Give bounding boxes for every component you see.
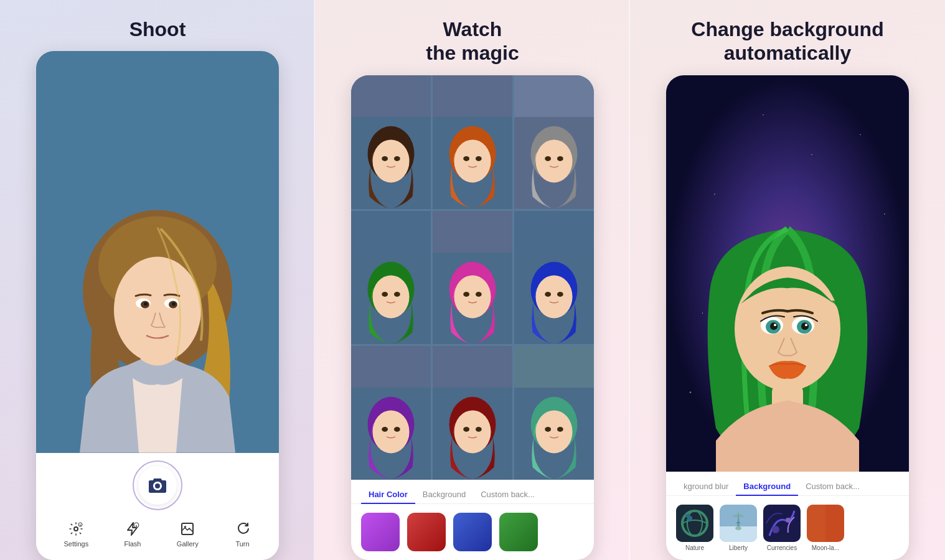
- nav-gallery[interactable]: Gallery: [177, 520, 199, 548]
- svg-rect-13: [151, 340, 156, 355]
- gallery-icon: [179, 520, 196, 538]
- svg-point-9: [144, 302, 148, 306]
- svg-point-95: [772, 526, 779, 533]
- svg-point-43: [382, 292, 388, 297]
- bg-liberty[interactable]: Liberty: [720, 505, 757, 551]
- camera-icon: [148, 475, 167, 495]
- svg-point-32: [476, 156, 482, 161]
- svg-point-69: [465, 441, 480, 451]
- hair-cell-mint[interactable]: [514, 346, 594, 480]
- swatch-purple[interactable]: [361, 513, 400, 551]
- tab-hair-color[interactable]: Hair Color: [361, 486, 415, 504]
- hair-cell-blue[interactable]: [514, 211, 594, 345]
- settings-label: Settings: [63, 540, 88, 548]
- hair-cell-orange[interactable]: [433, 75, 512, 209]
- svg-point-31: [463, 156, 469, 161]
- swatch-blue[interactable]: [453, 513, 492, 551]
- svg-point-44: [394, 292, 400, 297]
- color-swatches: [351, 504, 594, 560]
- camera-inner[interactable]: [138, 466, 177, 505]
- bg-nature[interactable]: Nature: [676, 505, 713, 551]
- svg-rect-94: [763, 505, 801, 542]
- hair-cell-pink[interactable]: [433, 211, 512, 345]
- svg-point-50: [476, 292, 482, 297]
- nature-thumb-img: [676, 505, 713, 542]
- nav-settings[interactable]: a Settings: [63, 520, 88, 548]
- svg-point-96: [786, 518, 791, 523]
- swatch-red[interactable]: [407, 513, 446, 551]
- watch-panel: Watch the magic: [315, 0, 630, 560]
- tab-background[interactable]: Background: [415, 486, 473, 504]
- bg-thumbnails: Nature Liberty: [666, 496, 909, 560]
- hair-color-grid: [351, 75, 594, 480]
- tab-custom-back[interactable]: Custom back...: [473, 486, 542, 504]
- svg-point-45: [383, 306, 398, 315]
- svg-point-81: [770, 322, 778, 330]
- nav-flash[interactable]: a Flash: [124, 520, 141, 548]
- svg-rect-12: [143, 342, 148, 355]
- shoot-panel: Shoot: [0, 0, 315, 560]
- svg-point-83: [774, 324, 776, 326]
- hair-cell-brown[interactable]: [351, 75, 431, 209]
- svg-point-10: [172, 302, 176, 306]
- svg-point-25: [382, 156, 388, 161]
- tab-custom-back-2[interactable]: Custom back...: [798, 478, 867, 496]
- tab-bg-blur[interactable]: kground blur: [676, 478, 736, 496]
- hair-cell-darkred[interactable]: [433, 346, 512, 480]
- bg-currencies[interactable]: Currencies: [763, 505, 801, 551]
- nav-turn[interactable]: Turn: [234, 520, 252, 548]
- svg-point-51: [465, 306, 480, 315]
- watch-title: Watch the magic: [315, 0, 630, 75]
- change-phone-card: kground blur Background Custom back...: [666, 75, 909, 560]
- svg-point-39: [547, 170, 562, 180]
- change-tabs: kground blur Background Custom back...: [666, 472, 909, 496]
- svg-point-68: [476, 427, 482, 432]
- watch-phone-area: Hair Color Background Custom back...: [315, 75, 630, 560]
- moonla-thumb-img: [807, 505, 844, 542]
- change-photo: [666, 75, 909, 472]
- nature-label: Nature: [685, 544, 704, 551]
- svg-point-73: [545, 427, 551, 432]
- turn-icon: [234, 520, 252, 538]
- currencies-label: Currencies: [767, 544, 797, 551]
- svg-point-14: [155, 483, 160, 488]
- settings-icon: a: [67, 520, 85, 538]
- shoot-title: Shoot: [0, 0, 315, 51]
- blonde-woman-svg: [36, 51, 279, 453]
- tab-background-active[interactable]: Background: [736, 478, 798, 496]
- svg-point-56: [557, 292, 563, 297]
- liberty-thumb-img: [720, 505, 757, 542]
- currencies-thumb-img: [763, 505, 801, 542]
- svg-point-75: [547, 441, 562, 451]
- swatch-green[interactable]: [499, 513, 538, 551]
- svg-point-15: [74, 527, 78, 531]
- shoot-phone-area: a Settings a Flash: [0, 51, 315, 560]
- svg-point-82: [801, 322, 809, 330]
- svg-point-90: [685, 514, 689, 518]
- svg-point-61: [382, 427, 388, 432]
- liberty-label: Liberty: [729, 544, 748, 551]
- watch-tabs: Hair Color Background Custom back...: [351, 480, 594, 504]
- hair-cell-green[interactable]: [351, 211, 431, 345]
- svg-text:a: a: [136, 524, 138, 528]
- bg-moonla[interactable]: Moon-la...: [807, 505, 844, 551]
- shoot-controls: a Settings a Flash: [36, 453, 279, 560]
- svg-point-37: [545, 156, 551, 161]
- green-hair-woman-svg: [666, 75, 909, 472]
- svg-point-57: [547, 306, 562, 315]
- hair-cell-gray[interactable]: [514, 75, 594, 209]
- svg-point-67: [463, 427, 469, 432]
- shoot-phone-card: a Settings a Flash: [36, 51, 279, 560]
- svg-point-62: [394, 427, 400, 432]
- svg-point-38: [557, 156, 563, 161]
- svg-point-49: [463, 292, 469, 297]
- gallery-label: Gallery: [177, 540, 199, 548]
- watch-phone-card: Hair Color Background Custom back...: [351, 75, 594, 560]
- svg-point-63: [383, 441, 398, 451]
- svg-point-26: [394, 156, 400, 161]
- camera-circle[interactable]: [133, 460, 182, 510]
- svg-point-84: [805, 324, 807, 326]
- hair-cell-purple[interactable]: [351, 346, 431, 480]
- svg-rect-98: [807, 505, 825, 542]
- moonla-label: Moon-la...: [812, 544, 839, 551]
